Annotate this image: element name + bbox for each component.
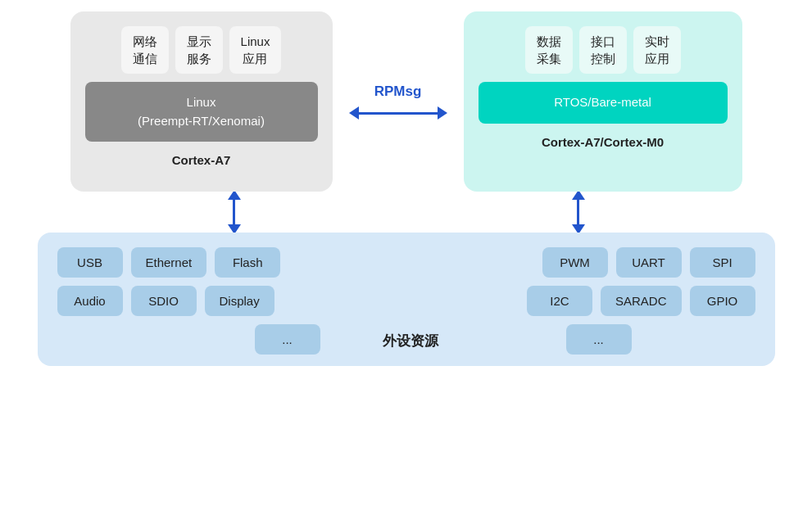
- peripheral-row-2: Audio SDIO Display I2C SARADC GPIO: [57, 286, 755, 316]
- peripheral-usb: USB: [57, 247, 123, 278]
- peripheral-saradc: SARADC: [601, 286, 682, 316]
- peripheral-title: 外设资源: [383, 332, 438, 350]
- app-network: 网络通信: [121, 26, 169, 74]
- linux-box: 网络通信 显示服务 Linux应用 Linux (Preempt-RT/Xeno…: [70, 11, 333, 192]
- arrow-v-left: [228, 190, 241, 234]
- top-row: 网络通信 显示服务 Linux应用 Linux (Preempt-RT/Xeno…: [13, 11, 800, 192]
- app-realtime: 实时应用: [633, 26, 681, 74]
- spacer-2: [283, 286, 519, 316]
- right-vertical-arrow: [572, 192, 585, 233]
- peripheral-pwm: PWM: [542, 247, 608, 278]
- rpmsg-arrow: RPMsg: [333, 11, 464, 192]
- rtos-box: 数据采集 接口控制 实时应用 RTOS/Bare-metal Cortex-A7…: [464, 11, 742, 192]
- arrow-head-right: [438, 106, 447, 120]
- peripheral-display: Display: [205, 286, 274, 316]
- peripheral-dots-left: ...: [255, 324, 320, 355]
- arrow-line-v-right: [577, 200, 579, 224]
- peripheral-spi: SPI: [690, 247, 755, 278]
- peripheral-dots-right: ...: [566, 324, 632, 355]
- linux-apps-row: 网络通信 显示服务 Linux应用: [85, 26, 318, 74]
- left-vertical-arrow: [228, 192, 241, 233]
- peripheral-row-1: USB Ethernet Flash PWM UART SPI: [57, 247, 755, 278]
- arrow-head-left: [349, 106, 359, 120]
- peripheral-uart: UART: [616, 247, 682, 278]
- rtos-kernel: RTOS/Bare-metal: [479, 82, 728, 124]
- app-linux: Linux应用: [229, 26, 282, 74]
- peripheral-box: USB Ethernet Flash PWM UART SPI Audio SD…: [38, 233, 775, 366]
- rpmsg-label: RPMsg: [374, 84, 422, 100]
- app-data-collect: 数据采集: [525, 26, 573, 74]
- bidirectional-arrow: [349, 106, 447, 120]
- spacer-1: [288, 247, 533, 278]
- cortex-a7-label: Cortex-A7: [172, 153, 231, 167]
- peripheral-flash: Flash: [215, 247, 280, 278]
- peripheral-gpio: GPIO: [690, 286, 755, 316]
- linux-kernel: Linux (Preempt-RT/Xenomai): [85, 82, 318, 142]
- peripheral-ethernet: Ethernet: [131, 247, 207, 278]
- main-diagram: 网络通信 显示服务 Linux应用 Linux (Preempt-RT/Xeno…: [13, 11, 800, 495]
- arrow-v-right: [572, 190, 585, 234]
- peripheral-i2c: I2C: [527, 286, 592, 316]
- peripheral-audio: Audio: [57, 286, 123, 316]
- rtos-apps-row: 数据采集 接口控制 实时应用: [479, 26, 728, 74]
- peripheral-sdio: SDIO: [131, 286, 197, 316]
- cortex-a7-m0-label: Cortex-A7/Cortex-M0: [542, 135, 664, 149]
- app-interface: 接口控制: [579, 26, 627, 74]
- arrow-line: [359, 112, 438, 115]
- app-display: 显示服务: [175, 26, 223, 74]
- arrow-line-v-left: [233, 200, 235, 224]
- peripheral-row-3: ... 外设资源 ...: [57, 324, 755, 355]
- arrows-row: [13, 192, 800, 233]
